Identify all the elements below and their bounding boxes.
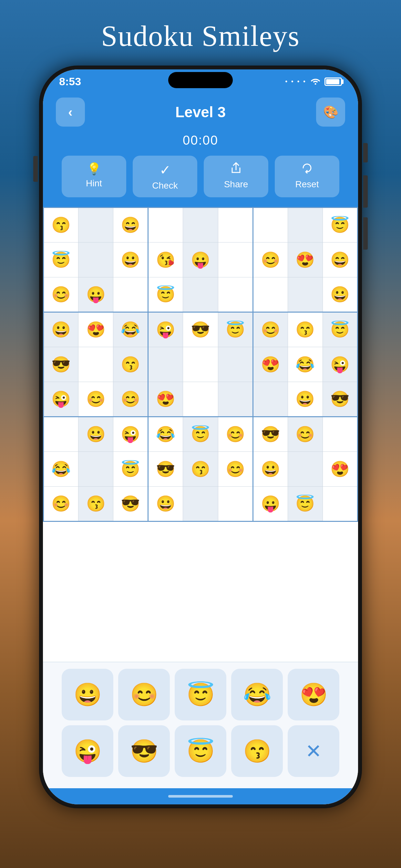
grid-cell[interactable]: 😊: [113, 382, 148, 417]
grid-cell[interactable]: [43, 417, 79, 452]
grid-cell[interactable]: 😊: [43, 487, 79, 522]
grid-cell[interactable]: 😀: [79, 417, 113, 452]
grid-cell[interactable]: [79, 347, 113, 382]
grid-cell[interactable]: 😊: [43, 277, 79, 312]
grid-cell[interactable]: 😀: [288, 382, 322, 417]
grid-cell[interactable]: [218, 487, 253, 522]
grid-cell[interactable]: 😊: [218, 452, 253, 487]
grid-cell[interactable]: [218, 208, 253, 243]
grid-cell[interactable]: 😀: [322, 277, 358, 312]
battery-icon: [325, 78, 342, 86]
palette-button[interactable]: 🎨: [316, 97, 345, 127]
grid-cell[interactable]: [322, 487, 358, 522]
grid-cell[interactable]: 😎: [148, 452, 183, 487]
grid-cell[interactable]: [253, 382, 288, 417]
back-button[interactable]: ‹: [56, 97, 85, 127]
emoji-button[interactable]: 😙: [231, 725, 283, 777]
emoji-button[interactable]: 😂: [231, 669, 283, 720]
grid-cell[interactable]: [183, 347, 218, 382]
grid-cell[interactable]: 😛: [79, 277, 113, 312]
grid-cell[interactable]: [253, 277, 288, 312]
hint-button[interactable]: 💡 Hint: [62, 156, 126, 197]
grid-cell[interactable]: [79, 243, 113, 277]
grid-cell[interactable]: 😘: [148, 243, 183, 277]
grid-cell[interactable]: [183, 382, 218, 417]
grid-cell[interactable]: 😊: [288, 417, 322, 452]
delete-emoji-button[interactable]: ✕: [288, 725, 339, 777]
emoji-button[interactable]: 😊: [118, 669, 170, 720]
grid-cell[interactable]: 😇: [218, 312, 253, 347]
grid-cell[interactable]: [288, 277, 322, 312]
grid-cell[interactable]: [288, 208, 322, 243]
grid-cell[interactable]: 😍: [79, 312, 113, 347]
grid-cell[interactable]: 😙: [43, 208, 79, 243]
grid-cell[interactable]: 😀: [148, 487, 183, 522]
grid-cell[interactable]: 😄: [113, 208, 148, 243]
grid-cell[interactable]: 😇: [113, 452, 148, 487]
grid-cell[interactable]: 😙: [113, 347, 148, 382]
grid-cell[interactable]: 😎: [183, 312, 218, 347]
grid-cell[interactable]: 😊: [79, 382, 113, 417]
grid-cell[interactable]: [253, 208, 288, 243]
grid-cell[interactable]: 😀: [113, 243, 148, 277]
grid-cell[interactable]: [183, 208, 218, 243]
share-button[interactable]: Share: [204, 156, 268, 197]
grid-cell[interactable]: 😊: [253, 312, 288, 347]
grid-cell[interactable]: 😙: [79, 487, 113, 522]
emoji-button[interactable]: 😇: [175, 669, 226, 720]
grid-cell[interactable]: 😂: [43, 452, 79, 487]
grid-cell[interactable]: 😍: [322, 452, 358, 487]
grid-cell[interactable]: 😜: [148, 312, 183, 347]
grid-cell[interactable]: 😇: [43, 243, 79, 277]
grid-cell[interactable]: 😇: [288, 487, 322, 522]
emoji-button[interactable]: 😀: [62, 669, 113, 720]
emoji-button[interactable]: 😎: [118, 725, 170, 777]
reset-button[interactable]: Reset: [275, 156, 339, 197]
grid-cell[interactable]: [148, 347, 183, 382]
grid-cell[interactable]: 😂: [148, 417, 183, 452]
grid-cell[interactable]: 😜: [113, 417, 148, 452]
grid-cell[interactable]: [113, 277, 148, 312]
grid-cell[interactable]: 😎: [43, 347, 79, 382]
grid-cell[interactable]: [322, 417, 358, 452]
grid-cell[interactable]: [218, 277, 253, 312]
delete-icon: ✕: [305, 740, 321, 763]
grid-cell[interactable]: [148, 208, 183, 243]
grid-cell[interactable]: 😎: [113, 487, 148, 522]
grid-cell[interactable]: 😀: [43, 312, 79, 347]
grid-cell[interactable]: 😎: [253, 417, 288, 452]
grid-cell[interactable]: 😂: [288, 347, 322, 382]
emoji-row-2: 😜😎😇😙✕: [50, 725, 351, 777]
check-button[interactable]: ✓ Check: [133, 156, 197, 197]
grid-cell[interactable]: 😍: [148, 382, 183, 417]
grid-cell[interactable]: 😍: [288, 243, 322, 277]
emoji-button[interactable]: 😇: [175, 725, 226, 777]
grid-cell[interactable]: 😎: [322, 382, 358, 417]
grid-cell[interactable]: 😙: [288, 312, 322, 347]
grid-cell[interactable]: 😙: [183, 452, 218, 487]
grid-cell[interactable]: 😀: [253, 452, 288, 487]
grid-cell[interactable]: [79, 208, 113, 243]
grid-cell[interactable]: 😜: [322, 347, 358, 382]
emoji-button[interactable]: 😍: [288, 669, 339, 720]
emoji-button[interactable]: 😜: [62, 725, 113, 777]
grid-cell[interactable]: 😂: [113, 312, 148, 347]
grid-cell[interactable]: [183, 487, 218, 522]
grid-cell[interactable]: [79, 452, 113, 487]
grid-cell[interactable]: 😇: [148, 277, 183, 312]
grid-cell[interactable]: [183, 277, 218, 312]
grid-cell[interactable]: [218, 382, 253, 417]
grid-cell[interactable]: 😇: [183, 417, 218, 452]
grid-cell[interactable]: [218, 243, 253, 277]
grid-cell[interactable]: 😍: [253, 347, 288, 382]
grid-cell[interactable]: 😛: [183, 243, 218, 277]
grid-cell[interactable]: 😜: [43, 382, 79, 417]
grid-cell[interactable]: 😊: [218, 417, 253, 452]
grid-cell[interactable]: 😊: [253, 243, 288, 277]
grid-cell[interactable]: [218, 347, 253, 382]
grid-cell[interactable]: 😄: [322, 243, 358, 277]
grid-cell[interactable]: 😛: [253, 487, 288, 522]
grid-cell[interactable]: 😇: [322, 208, 358, 243]
grid-cell[interactable]: [288, 452, 322, 487]
grid-cell[interactable]: 😇: [322, 312, 358, 347]
